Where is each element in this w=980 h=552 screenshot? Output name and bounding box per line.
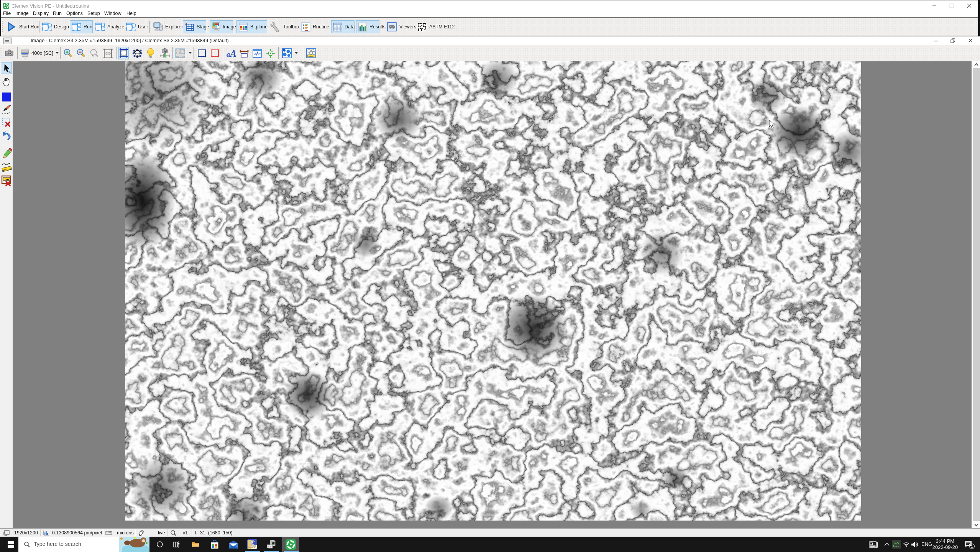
svg-text:1: 1 [971, 544, 973, 549]
